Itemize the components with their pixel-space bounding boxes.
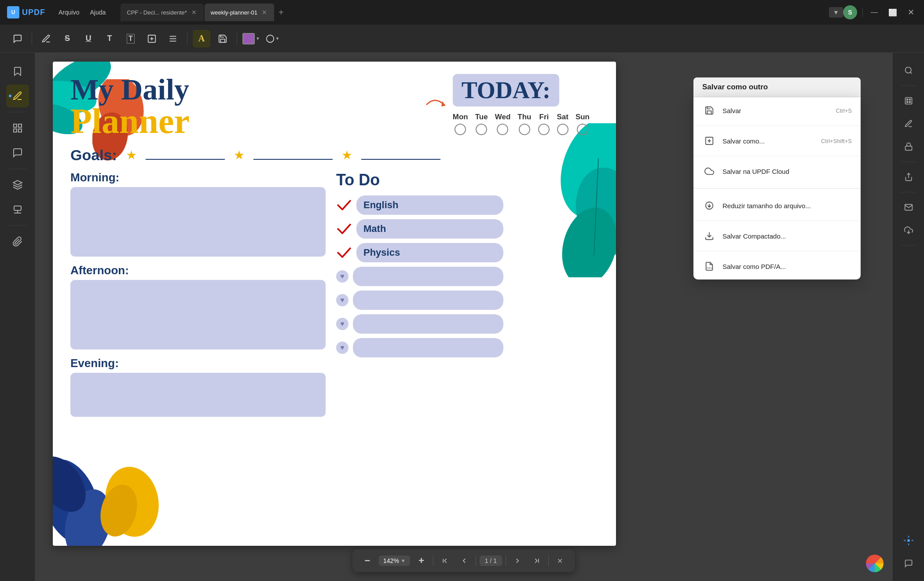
text-tool2-btn[interactable]: T <box>122 30 139 48</box>
sidebar-icon-highlight[interactable] <box>6 85 29 107</box>
color-picker-btn[interactable]: ▼ <box>242 30 260 48</box>
dropdown-item-salvar[interactable]: Salvar Ctrl+S <box>693 97 861 124</box>
day-circle-mon[interactable] <box>455 124 466 135</box>
todo-bar-7[interactable] <box>353 338 503 357</box>
svg-marker-9 <box>13 180 22 185</box>
dropdown-divider-4 <box>693 221 861 221</box>
user-avatar[interactable]: S <box>843 5 857 19</box>
zoom-in-btn[interactable]: + <box>414 553 429 569</box>
sidebar-icon-layers[interactable] <box>6 173 29 196</box>
sidebar-icon-bookmark[interactable] <box>6 60 29 83</box>
columns-btn[interactable] <box>164 30 182 48</box>
planner-title: My Daily Planner <box>70 74 422 139</box>
right-share-btn[interactable] <box>898 166 919 188</box>
tab-cpf[interactable]: CPF - Decl... residente* ✕ <box>121 4 204 21</box>
marker-tool-btn[interactable]: A <box>193 30 210 48</box>
right-email-btn[interactable] <box>898 197 919 218</box>
day-circle-sun[interactable] <box>577 124 588 135</box>
time-blocks-col: Morning: Afternoon: <box>70 171 326 417</box>
text-box-btn[interactable] <box>143 30 161 48</box>
sidebar-sep-2 <box>9 169 26 169</box>
dropdown-item-cloud[interactable]: Salvar na UPDF Cloud <box>693 158 861 184</box>
comment-tool-btn[interactable] <box>9 30 26 48</box>
maximize-button[interactable]: ⬜ <box>886 7 900 18</box>
nav-last-btn[interactable] <box>529 553 545 569</box>
todo-bar-physics[interactable]: Physics <box>356 243 503 262</box>
right-lock-btn[interactable] <box>898 136 919 157</box>
dropdown-item-pdfa[interactable]: PDF/A Salvar como PDF/A... <box>693 253 861 279</box>
tab-weekly-planner-close[interactable]: ✕ <box>261 9 268 16</box>
cloud-icon <box>702 164 716 178</box>
underline-btn[interactable]: U <box>80 30 97 48</box>
text-tool-btn[interactable]: T <box>101 30 118 48</box>
sidebar-icon-stamps[interactable] <box>6 198 29 221</box>
goal-line-2[interactable] <box>253 151 333 160</box>
tab-cpf-close[interactable]: ✕ <box>191 9 198 16</box>
nav-prev-btn[interactable] <box>456 553 472 569</box>
goals-section: Goals: ★ ★ ★ <box>53 143 616 171</box>
updf-colorwheel[interactable] <box>866 555 884 572</box>
sidebar-icon-pages[interactable] <box>6 117 29 140</box>
menu-ajuda[interactable]: Ajuda <box>85 7 110 18</box>
todo-bar-6[interactable] <box>353 314 503 334</box>
todo-bar-5[interactable] <box>353 290 503 310</box>
dropdown-item-salvar-como[interactable]: Salvar como... Ctrl+Shift+S <box>693 128 861 154</box>
strikethrough-btn[interactable]: S <box>59 30 76 48</box>
sidebar-icon-comments[interactable] <box>6 141 29 164</box>
nav-next-btn[interactable] <box>510 553 525 569</box>
toolbar-sep-1 <box>32 33 32 45</box>
dropdown-item-compactado[interactable]: Salvar Compactado... <box>693 223 861 249</box>
zoom-out-btn[interactable]: − <box>359 553 375 569</box>
evening-content-box[interactable] <box>70 373 326 417</box>
right-save-cloud-btn[interactable] <box>898 220 919 241</box>
morning-label: Morning: <box>70 171 326 184</box>
sidebar-icon-attachments[interactable] <box>6 230 29 253</box>
right-ocr-btn[interactable] <box>898 90 919 111</box>
evening-inner: Evening: <box>70 357 326 417</box>
right-search-btn[interactable] <box>898 60 919 81</box>
right-ai-btn[interactable] <box>898 530 919 551</box>
pdfa-icon: PDF/A <box>702 259 716 273</box>
goal-line-1[interactable] <box>146 151 225 160</box>
afternoon-content-box[interactable] <box>70 280 326 349</box>
nav-first-btn[interactable] <box>437 553 453 569</box>
todo-item-7: ♥ <box>336 338 503 357</box>
todo-item-4: ♥ <box>336 267 503 286</box>
todo-column: To Do English <box>336 171 503 417</box>
cloud-label: Salvar na UPDF Cloud <box>722 168 846 175</box>
day-circle-tue[interactable] <box>476 124 487 135</box>
day-circle-wed[interactable] <box>497 124 508 135</box>
todo-bar-4[interactable] <box>353 267 503 286</box>
svg-point-4 <box>266 35 274 42</box>
todo-bar-english[interactable]: English <box>356 195 503 215</box>
btoolbar-sep-2 <box>476 555 476 566</box>
close-toolbar-btn[interactable]: ✕ <box>552 553 568 569</box>
todo-item-6: ♥ <box>336 314 503 334</box>
right-chat-btn[interactable] <box>898 553 919 574</box>
circle-tool-btn[interactable]: ▼ <box>264 30 281 48</box>
morning-content-box[interactable] <box>70 187 326 257</box>
svg-rect-8 <box>18 129 22 132</box>
save-btn[interactable] <box>214 30 231 48</box>
minimize-button[interactable]: — <box>868 7 880 17</box>
dropdown-item-reduzir[interactable]: Reduzir tamanho do arquivo... <box>693 192 861 219</box>
todo-bar-math[interactable]: Math <box>356 219 503 239</box>
pencil-tool-btn[interactable] <box>37 30 55 48</box>
tab-add-button[interactable]: + <box>275 7 287 18</box>
goal-line-3[interactable] <box>361 151 440 160</box>
app-logo[interactable]: U UPDF <box>7 6 45 18</box>
bottom-toolbar: − 142% ▼ + 1 / 1 ✕ <box>352 549 575 572</box>
checkmark-english <box>336 197 352 213</box>
afternoon-label: Afternoon: <box>70 264 326 277</box>
close-button[interactable]: ✕ <box>905 7 917 18</box>
day-circle-sat[interactable] <box>557 124 568 135</box>
day-circle-thu[interactable] <box>519 124 530 135</box>
tabs-dropdown[interactable]: ▼ <box>829 7 843 18</box>
right-redact-btn[interactable] <box>898 113 919 134</box>
zoom-level-selector[interactable]: 142% ▼ <box>379 555 410 566</box>
reduzir-icon <box>702 199 716 213</box>
morning-inner: Morning: <box>70 171 326 257</box>
tab-weekly-planner[interactable]: weekly-planner-01 ✕ <box>205 4 274 21</box>
menu-arquivo[interactable]: Arquivo <box>54 7 84 18</box>
day-circle-fri[interactable] <box>538 124 550 135</box>
